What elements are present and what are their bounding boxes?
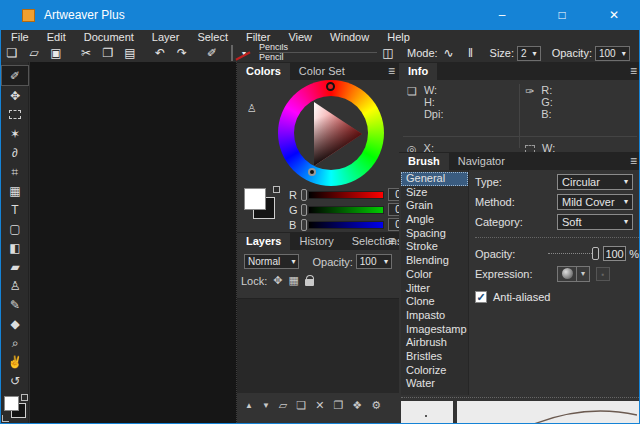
menu-filter[interactable]: Filter [246, 31, 270, 43]
menu-window[interactable]: Window [330, 31, 369, 43]
shape-tool-icon[interactable]: ▢ [1, 219, 29, 238]
brush-category-spacing[interactable]: Spacing [401, 227, 468, 241]
brush-tool-icon[interactable]: ✐ [1, 65, 29, 86]
foreground-color-swatch[interactable] [244, 188, 266, 210]
brush-category-imagestamp[interactable]: Imagestamp [401, 323, 468, 337]
pencil-tool-icon[interactable]: ✎ [1, 295, 29, 314]
blend-mode-dropdown[interactable]: Normal ▾ [244, 254, 299, 269]
antialiased-checkbox[interactable]: ✓ [475, 291, 487, 303]
rect-select-tool-icon[interactable] [1, 105, 29, 124]
mode-freehand-icon[interactable]: ∿ [441, 46, 457, 60]
brush-category-general[interactable]: General [401, 172, 468, 186]
tab-navigator[interactable]: Navigator [449, 153, 514, 170]
size-dropdown[interactable]: 2 ▾ [517, 46, 541, 61]
undo-icon[interactable]: ↶ [152, 46, 168, 60]
brush-category-clone[interactable]: Clone [401, 295, 468, 309]
menu-edit[interactable]: Edit [47, 31, 66, 43]
tab-info[interactable]: Info [399, 63, 437, 80]
menu-help[interactable]: Help [387, 31, 410, 43]
brush-category-stroke[interactable]: Stroke [401, 240, 468, 254]
expression-button[interactable] [557, 266, 577, 282]
green-slider-handle[interactable] [301, 204, 307, 216]
move-tool-icon[interactable]: ✥ [1, 86, 29, 105]
lasso-tool-icon[interactable]: ∂ [1, 143, 29, 162]
move-layer-up-icon[interactable]: ▲ [245, 401, 253, 410]
hand-tool-icon[interactable]: ✌ [1, 352, 29, 371]
layer-opacity-dropdown[interactable]: 100 ▾ [356, 254, 392, 269]
brush-edit-icon[interactable]: ✐ [204, 46, 220, 60]
minimize-button[interactable]: – [485, 0, 519, 30]
open-icon[interactable]: ▱ [26, 46, 42, 60]
toggle-panels-icon[interactable]: ◫ [380, 46, 396, 60]
brush-category-impasto[interactable]: Impasto [401, 309, 468, 323]
brush-preview-thumbnail[interactable] [231, 45, 233, 61]
colors-menu-icon[interactable]: ≡ [388, 64, 395, 78]
copy-icon[interactable]: ❐ [100, 46, 116, 60]
type-dropdown[interactable]: Circular ▾ [557, 174, 633, 190]
brush-category-size[interactable]: Size [401, 186, 468, 200]
menu-document[interactable]: Document [84, 31, 134, 43]
brush-menu-icon[interactable]: ≡ [630, 154, 637, 168]
color-wheel[interactable] [278, 80, 384, 186]
layers-menu-icon[interactable]: ≡ [388, 234, 395, 248]
redo-icon[interactable]: ↷ [174, 46, 190, 60]
stamp-tool-icon[interactable]: ♙ [1, 276, 29, 295]
duplicate-layer-icon[interactable]: ❐ [333, 399, 343, 412]
gradient-tool-icon[interactable]: ◧ [1, 238, 29, 257]
lock-pixels-icon[interactable]: ▦ [289, 274, 299, 287]
layer-list[interactable] [237, 298, 399, 393]
brush-category-blending[interactable]: Blending [401, 254, 468, 268]
move-layer-down-icon[interactable]: ▼ [262, 401, 270, 410]
sv-selector-dot[interactable] [308, 168, 316, 176]
hue-selector-dot[interactable] [326, 82, 335, 91]
tab-colors[interactable]: Colors [237, 63, 290, 80]
opacity-dropdown[interactable]: 100 ▾ [595, 46, 630, 61]
layer-settings-icon[interactable]: ⚙ [371, 399, 381, 412]
green-slider-track[interactable] [308, 206, 384, 214]
red-slider-track[interactable] [308, 191, 384, 199]
tab-layers[interactable]: Layers [237, 233, 290, 250]
save-icon[interactable]: ▣ [48, 46, 64, 60]
slider-handle[interactable] [592, 247, 599, 260]
blue-slider-track[interactable] [308, 221, 384, 229]
brush-category-jitter[interactable]: Jitter [401, 282, 468, 296]
maximize-button[interactable]: □ [545, 0, 579, 30]
menu-view[interactable]: View [288, 31, 312, 43]
layer-effects-icon[interactable]: ❖ [352, 399, 362, 412]
new-layer-icon[interactable]: ❏ [296, 399, 306, 412]
blue-slider-handle[interactable] [301, 219, 307, 231]
hue-ring[interactable] [278, 80, 384, 186]
brush-category-water[interactable]: Water [401, 377, 468, 391]
crop-tool-icon[interactable]: ⌗ [1, 162, 29, 181]
cut-icon[interactable]: ✂ [78, 46, 94, 60]
rotate-tool-icon[interactable]: ↺ [1, 371, 29, 390]
brush-category-angle[interactable]: Angle [401, 213, 468, 227]
brush-category-colorize[interactable]: Colorize [401, 364, 468, 378]
magic-wand-tool-icon[interactable]: ✶ [1, 124, 29, 143]
sv-triangle[interactable] [294, 96, 368, 170]
red-slider-handle[interactable] [301, 189, 307, 201]
brush-category-airbrush[interactable]: Airbrush [401, 336, 468, 350]
brush-selector[interactable]: Pencils Pencil [259, 44, 377, 62]
text-tool-icon[interactable]: T [1, 200, 29, 219]
zoom-tool-icon[interactable]: ⌕ [1, 333, 29, 352]
category-dropdown[interactable]: Soft ▾ [557, 214, 633, 230]
fill-tool-icon[interactable]: ◆ [1, 314, 29, 333]
swap-colors-icon[interactable] [21, 394, 28, 401]
canvas[interactable] [30, 62, 237, 423]
new-group-icon[interactable]: ▱ [279, 399, 287, 412]
menu-select[interactable]: Select [197, 31, 228, 43]
new-file-icon[interactable]: ❏ [4, 46, 20, 60]
foreground-color-swatch[interactable] [4, 396, 19, 411]
swap-colors-icon[interactable] [273, 186, 280, 193]
brush-opacity-slider[interactable] [548, 247, 599, 260]
tab-brush[interactable]: Brush [399, 153, 449, 170]
lock-all-icon[interactable] [305, 279, 314, 286]
brush-opacity-value[interactable]: 100 [603, 246, 626, 261]
mode-lines-icon[interactable]: ‖ [463, 46, 479, 60]
brush-category-bristles[interactable]: Bristles [401, 350, 468, 364]
stamp-icon[interactable]: ♙ [247, 102, 257, 115]
tab-color-set[interactable]: Color Set [290, 63, 354, 80]
method-dropdown[interactable]: Mild Cover ▾ [557, 194, 633, 210]
eraser-tool-icon[interactable]: ▰ [1, 257, 29, 276]
